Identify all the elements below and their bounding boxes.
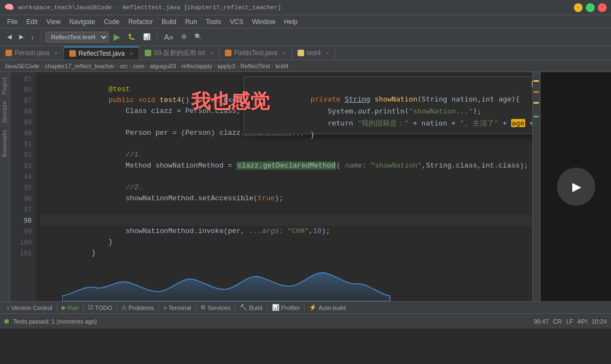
autobuild-label: Auto-build <box>318 305 346 311</box>
menu-vcs[interactable]: VCS <box>226 17 247 27</box>
code-line-94: //2. <box>40 171 532 182</box>
menu-bar: File Edit View Navigate Code Refactor Bu… <box>0 15 611 28</box>
autobuild-icon: ⚡ <box>309 304 317 311</box>
breadcrumb: JavaSECode › chapter17_reflect_teacher ›… <box>0 60 611 72</box>
maximize-button[interactable]: □ <box>586 3 595 12</box>
tab-person-java[interactable]: Person.java × <box>0 46 64 59</box>
run-config-dropdown[interactable]: ReflectTest.test4 <box>45 32 109 43</box>
bc-javasecode[interactable]: JavaSECode <box>4 63 39 69</box>
code-line-100: } <box>40 237 532 248</box>
bt-sep-3 <box>116 304 117 312</box>
tab-close-reflect[interactable]: × <box>130 50 133 57</box>
toolbar-sep1 <box>41 32 41 43</box>
bt-todo[interactable]: ☑ TODO <box>85 303 116 312</box>
tab-close-person[interactable]: × <box>54 50 57 56</box>
sidebar-tabs: Project Structure Bookmarks <box>0 72 10 301</box>
menu-refactor[interactable]: Refactor <box>124 17 157 27</box>
tab-close-test4[interactable]: × <box>326 50 329 56</box>
coverage-button[interactable]: 📊 <box>140 32 153 41</box>
bt-services[interactable]: ⚙ Services <box>197 303 234 312</box>
bt-sep-2 <box>83 304 84 312</box>
run-button[interactable]: ▶ <box>111 31 123 43</box>
code-line-98: showNationMethod.invoke(per, ...args: "C… <box>40 215 532 226</box>
bt-run[interactable]: ▶ Run <box>58 303 82 312</box>
translate-button[interactable]: A» <box>162 32 176 43</box>
window-controls[interactable]: − □ × <box>574 3 607 12</box>
play-button[interactable]: ▶ <box>557 168 595 206</box>
status-position[interactable]: 98:47 <box>533 318 549 325</box>
ln-101: 101 <box>10 248 32 259</box>
bc-com[interactable]: com <box>133 63 145 69</box>
minimize-button[interactable]: − <box>574 3 583 12</box>
tab-test4[interactable]: test4 × <box>292 46 335 59</box>
sidebar-structure[interactable]: Structure <box>1 98 9 127</box>
toolbar-recent[interactable]: ↕ <box>28 33 37 41</box>
profiler-icon: 📊 <box>272 304 280 311</box>
status-lf[interactable]: LF <box>566 318 573 325</box>
bottom-toolbar: ↕ Version Control ▶ Run ☑ TODO ⚠ Problem… <box>0 301 611 313</box>
settings-button[interactable]: ⚙ <box>179 32 189 41</box>
tab-close-txt[interactable]: × <box>210 50 213 56</box>
scroll-marker-2 <box>533 91 539 93</box>
file-tabs: Person.java × ReflectTest.java × 03-反射的应… <box>0 46 611 60</box>
code-content[interactable]: @test public void test4() throws Excepti… <box>36 72 532 301</box>
tab-icon-txt <box>145 50 151 56</box>
menu-file[interactable]: File <box>3 17 21 27</box>
problems-icon: ⚠ <box>121 304 127 311</box>
ln-89: 89 <box>10 117 32 128</box>
menu-window[interactable]: Window <box>248 17 280 27</box>
code-line-99: } <box>40 226 532 237</box>
title-left-icons: 🧠 <box>4 3 14 12</box>
bc-test4[interactable]: test4 <box>275 63 288 69</box>
scroll-marker-4 <box>533 116 539 117</box>
editor-area[interactable]: 85 86 87 88 89 90 91 92 93 94 95 96 97 9… <box>10 72 540 301</box>
bc-src[interactable]: src <box>120 63 128 69</box>
tab-reflecttest-java[interactable]: ReflectTest.java × <box>64 46 139 59</box>
title-path: workspace_teach\JavaSECode - ReflectTest… <box>18 4 281 11</box>
menu-run[interactable]: Run <box>181 17 201 27</box>
menu-help[interactable]: Help <box>280 17 301 27</box>
warning-badge: ▲ 11 ∧ ∨ <box>532 80 532 87</box>
sidebar-project[interactable]: Project <box>1 74 9 98</box>
bt-sep-5 <box>195 304 196 312</box>
right-scroll-gutter[interactable] <box>532 72 540 301</box>
bt-autobuild[interactable]: ⚡ Auto-build <box>306 303 349 312</box>
menu-tools[interactable]: Tools <box>202 17 225 27</box>
menu-navigate[interactable]: Navigate <box>66 17 99 27</box>
tab-label-person: Person.java <box>15 49 49 57</box>
bt-terminal[interactable]: > Terminal <box>160 303 194 312</box>
tab-fields-java[interactable]: FieldsTest.java × <box>220 46 292 59</box>
menu-build[interactable]: Build <box>158 17 180 27</box>
bc-chapter[interactable]: chapter17_reflect_teacher <box>45 63 115 69</box>
close-button[interactable]: × <box>598 3 607 12</box>
bt-build[interactable]: 🔨 Build <box>236 303 265 312</box>
search-button[interactable]: 🔍 <box>192 32 205 41</box>
tab-txt[interactable]: 03-反射的应用.txt × <box>139 46 220 59</box>
menu-code[interactable]: Code <box>100 17 123 27</box>
debug-button[interactable]: 🐛 <box>125 32 138 41</box>
bottom-wave-chart <box>62 268 525 301</box>
bt-sep-6 <box>235 304 235 312</box>
bt-profiler[interactable]: 📊 Profiler <box>269 303 304 312</box>
toolbar-forward[interactable]: ▶ <box>16 32 26 41</box>
tab-close-fields[interactable]: × <box>282 50 286 56</box>
bc-apply3[interactable]: apply3 <box>217 63 235 69</box>
bt-problems[interactable]: ⚠ Problems <box>118 303 157 312</box>
line-numbers: 85 86 87 88 89 90 91 92 93 94 95 96 97 9… <box>10 72 36 301</box>
status-time: 10:24 <box>591 318 607 325</box>
status-encoding[interactable]: CR <box>553 318 562 325</box>
bt-version-control[interactable]: ↕ Version Control <box>3 303 56 312</box>
bc-reflectapply[interactable]: reflectapply <box>181 63 212 69</box>
ln-100: 100 <box>10 237 32 248</box>
build-label: Build <box>249 305 262 311</box>
problems-label: Problems <box>128 305 153 311</box>
bc-reflecttest[interactable]: ReflectTest <box>240 63 270 69</box>
status-api: API <box>578 318 588 325</box>
toolbar-back[interactable]: ◀ <box>4 32 14 41</box>
code-line-95: showNationMethod.setAccessible(true); <box>40 182 532 193</box>
menu-edit[interactable]: Edit <box>22 17 41 27</box>
menu-view[interactable]: View <box>43 17 64 27</box>
toolbar-sep2 <box>157 32 158 43</box>
bc-atguigu[interactable]: atguigu03 <box>150 63 176 69</box>
sidebar-bookmarks[interactable]: Bookmarks <box>1 127 9 160</box>
